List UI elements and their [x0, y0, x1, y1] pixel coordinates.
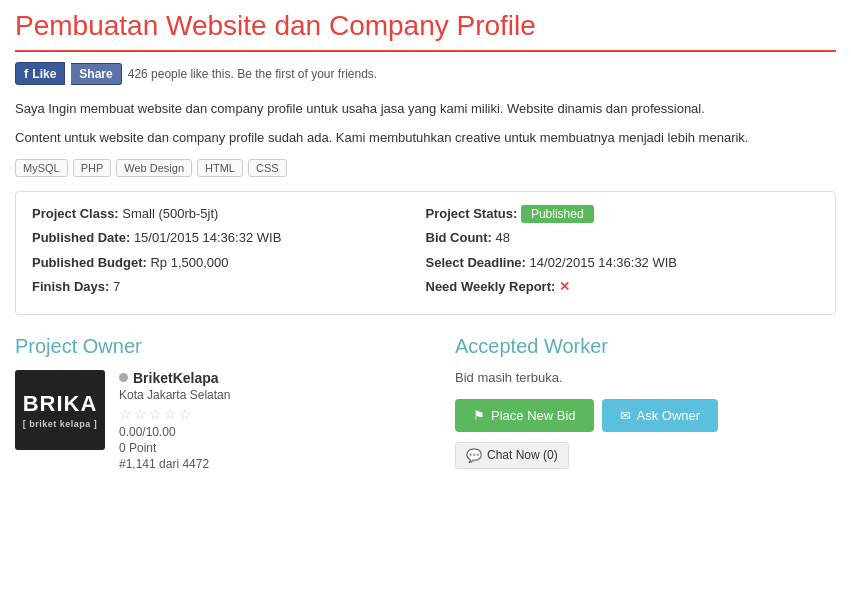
owner-points: 0 Point [119, 441, 435, 455]
tags-row: MySQL PHP Web Design HTML CSS [15, 159, 836, 177]
owner-info: BriketKelapa Kota Jakarta Selatan ☆ ☆ ☆ … [119, 370, 435, 471]
project-status-badge: Published [521, 205, 594, 223]
published-budget-value: Rp 1,500,000 [150, 255, 228, 270]
tag-css[interactable]: CSS [248, 159, 287, 177]
description-paragraph-2: Content untuk website dan company profil… [15, 128, 836, 149]
star-2: ☆ [134, 406, 147, 422]
info-row-weekly-report: Need Weekly Report: ✕ [426, 277, 820, 297]
info-col-left: Project Class: Small (500rb-5jt) Publish… [32, 204, 426, 302]
avatar-text: BRIKA [23, 391, 98, 417]
two-col-section: Project Owner BRIKA [ briket kelapa ] Br… [15, 335, 836, 471]
accepted-worker-title: Accepted Worker [455, 335, 836, 358]
tag-php[interactable]: PHP [73, 159, 112, 177]
page-title: Pembuatan Website dan Company Profile [15, 10, 836, 52]
chat-now-bar[interactable]: 💬 Chat Now (0) [455, 442, 569, 469]
published-date-label: Published Date: [32, 230, 130, 245]
info-row-finish-days: Finish Days: 7 [32, 277, 426, 297]
fb-row: f Like Share 426 people like this. Be th… [15, 62, 836, 85]
owner-city: Kota Jakarta Selatan [119, 388, 435, 402]
tag-webdesign[interactable]: Web Design [116, 159, 192, 177]
project-owner-section: Project Owner BRIKA [ briket kelapa ] Br… [15, 335, 435, 471]
accepted-worker-section: Accepted Worker Bid masih terbuka. ⚑ Pla… [455, 335, 836, 471]
project-class-value-text: Small (500rb-5jt) [122, 206, 218, 221]
tag-html[interactable]: HTML [197, 159, 243, 177]
owner-name[interactable]: BriketKelapa [133, 370, 219, 386]
description-block: Saya Ingin membuat website dan company p… [15, 99, 836, 149]
place-bid-icon: ⚑ [473, 408, 485, 423]
select-deadline-value: 14/02/2015 14:36:32 WIB [530, 255, 677, 270]
info-row-deadline: Select Deadline: 14/02/2015 14:36:32 WIB [426, 253, 820, 273]
place-bid-label: Place New Bid [491, 408, 576, 423]
ask-owner-button[interactable]: ✉ Ask Owner [602, 399, 719, 432]
info-row-bid-count: Bid Count: 48 [426, 228, 820, 248]
stars-row: ☆ ☆ ☆ ☆ ☆ [119, 406, 435, 422]
owner-rank: #1,141 dari 4472 [119, 457, 435, 471]
fb-count-text: 426 people like this. Be the first of yo… [128, 67, 377, 81]
status-dot [119, 373, 128, 382]
weekly-report-value: ✕ [559, 279, 570, 294]
star-5: ☆ [179, 406, 192, 422]
fb-share-button[interactable]: Share [71, 63, 121, 85]
avatar: BRIKA [ briket kelapa ] [15, 370, 105, 450]
owner-status-row: BriketKelapa [119, 370, 435, 386]
tag-mysql[interactable]: MySQL [15, 159, 68, 177]
finish-days-label: Finish Days: [32, 279, 109, 294]
project-class-label: Project Class: [32, 206, 119, 221]
owner-rating: 0.00/10.00 [119, 425, 435, 439]
page-wrapper: Pembuatan Website dan Company Profile f … [0, 0, 851, 486]
published-budget-label: Published Budget: [32, 255, 147, 270]
info-row-budget: Published Budget: Rp 1,500,000 [32, 253, 426, 273]
project-info-box: Project Class: Small (500rb-5jt) Publish… [15, 191, 836, 315]
place-bid-button[interactable]: ⚑ Place New Bid [455, 399, 594, 432]
bid-open-text: Bid masih terbuka. [455, 370, 836, 385]
info-col-right: Project Status: Published Bid Count: 48 … [426, 204, 820, 302]
info-row-status: Project Status: Published [426, 204, 820, 224]
fb-like-label: Like [32, 67, 56, 81]
star-1: ☆ [119, 406, 132, 422]
weekly-report-label: Need Weekly Report: [426, 279, 556, 294]
finish-days-value: 7 [113, 279, 120, 294]
ask-owner-icon: ✉ [620, 408, 631, 423]
fb-icon: f [24, 66, 28, 81]
fb-like-button[interactable]: f Like [15, 62, 65, 85]
star-4: ☆ [164, 406, 177, 422]
ask-owner-label: Ask Owner [637, 408, 701, 423]
chat-icon: 💬 [466, 448, 482, 463]
info-row-published-date: Published Date: 15/01/2015 14:36:32 WIB [32, 228, 426, 248]
chat-now-label: Chat Now (0) [487, 448, 558, 462]
star-3: ☆ [149, 406, 162, 422]
select-deadline-label: Select Deadline: [426, 255, 526, 270]
info-row-class: Project Class: Small (500rb-5jt) [32, 204, 426, 224]
avatar-sub: [ briket kelapa ] [23, 419, 98, 429]
bid-count-label: Bid Count: [426, 230, 492, 245]
project-status-label: Project Status: [426, 206, 518, 221]
description-paragraph-1: Saya Ingin membuat website dan company p… [15, 99, 836, 120]
bid-count-value: 48 [496, 230, 510, 245]
project-owner-title: Project Owner [15, 335, 435, 358]
action-buttons: ⚑ Place New Bid ✉ Ask Owner [455, 399, 836, 432]
owner-card: BRIKA [ briket kelapa ] BriketKelapa Kot… [15, 370, 435, 471]
published-date-value: 15/01/2015 14:36:32 WIB [134, 230, 281, 245]
fb-share-label: Share [79, 67, 112, 81]
